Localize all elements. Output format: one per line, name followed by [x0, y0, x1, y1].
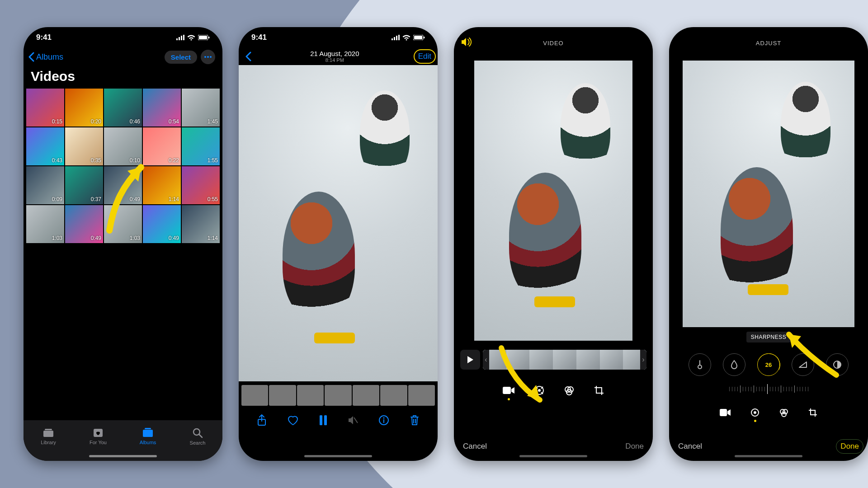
svg-rect-0 — [176, 38, 178, 40]
svg-rect-18 — [394, 37, 395, 40]
more-button[interactable] — [201, 50, 215, 64]
scrubber-frame — [241, 385, 268, 406]
tab-albums[interactable]: Albums — [123, 420, 173, 453]
video-thumb[interactable]: 0:10 — [104, 127, 142, 165]
scrubber-frame — [408, 385, 435, 406]
svg-rect-2 — [181, 36, 182, 40]
mode-video[interactable] — [502, 385, 515, 396]
dial-tint[interactable] — [723, 353, 745, 376]
share-button[interactable] — [257, 414, 267, 427]
nav-title: 21 August, 2020 8:14 PM — [310, 50, 359, 63]
thumbnail-scrubber[interactable] — [239, 381, 438, 409]
mode-filters[interactable] — [564, 385, 575, 396]
dial-warmth[interactable] — [689, 353, 711, 376]
mode-filters[interactable] — [779, 408, 789, 418]
video-thumb[interactable]: 0:46 — [104, 89, 142, 127]
edit-button[interactable]: Edit — [418, 52, 431, 61]
back-button[interactable]: Albums — [28, 52, 63, 62]
video-thumb[interactable]: 0:49 — [65, 205, 103, 243]
svg-line-27 — [354, 418, 358, 423]
tab-search[interactable]: Search — [173, 420, 222, 453]
video-thumb[interactable]: 0:22 — [143, 127, 181, 165]
svg-rect-3 — [183, 35, 184, 40]
svg-point-29 — [383, 417, 384, 418]
chevron-left-icon — [28, 52, 34, 62]
mode-crop[interactable] — [594, 385, 604, 396]
albums-icon — [142, 428, 154, 438]
video-thumb[interactable]: 0:15 — [26, 89, 64, 127]
mode-crop[interactable] — [808, 408, 818, 418]
svg-rect-11 — [45, 429, 52, 430]
wifi-icon — [402, 35, 410, 41]
ellipsis-icon — [204, 56, 212, 58]
nav-bar: Albums Select — [24, 48, 222, 67]
select-button[interactable]: Select — [165, 51, 197, 64]
done-button[interactable]: Done — [840, 442, 859, 451]
delete-button[interactable] — [410, 414, 420, 426]
video-thumb[interactable]: 1:03 — [104, 205, 142, 243]
play-button[interactable] — [460, 350, 480, 370]
video-thumb[interactable]: 1:14 — [182, 205, 220, 243]
dial-noise-reduction[interactable] — [826, 353, 849, 376]
video-thumb[interactable]: 0:49 — [143, 205, 181, 243]
video-thumb[interactable]: 0:37 — [65, 166, 103, 204]
scrubber-frame — [297, 385, 324, 406]
mute-button[interactable] — [347, 415, 358, 425]
editor-mode-tabs — [454, 385, 653, 396]
info-button[interactable] — [378, 415, 389, 426]
status-time: 9:41 — [36, 33, 52, 42]
video-thumb[interactable]: 0:20 — [65, 89, 103, 127]
adjust-slider[interactable] — [683, 382, 854, 396]
tab-library[interactable]: Library — [24, 420, 73, 453]
mode-adjust[interactable] — [750, 408, 760, 418]
video-thumb[interactable]: 0:09 — [26, 166, 64, 204]
svg-point-9 — [210, 56, 212, 58]
svg-point-43 — [698, 365, 702, 369]
video-thumb[interactable]: 1:03 — [26, 205, 64, 243]
dial-sharpness[interactable]: 26 — [757, 353, 780, 376]
favorite-button[interactable] — [287, 415, 299, 426]
scrubber-frame — [353, 385, 379, 406]
page-title: Videos — [24, 67, 222, 89]
mode-video[interactable] — [719, 408, 731, 418]
video-thumb[interactable]: 1:45 — [182, 89, 220, 127]
volume-button[interactable] — [460, 37, 472, 47]
video-thumb[interactable]: 1:14 — [143, 166, 181, 204]
done-button[interactable]: Done — [625, 442, 644, 451]
home-indicator — [89, 455, 157, 457]
editor-footer: Cancel Done — [669, 442, 868, 451]
adjust-param-label: SHARPNESS — [746, 332, 791, 343]
tab-for-you[interactable]: For You — [73, 420, 123, 453]
cancel-button[interactable]: Cancel — [678, 442, 702, 451]
trim-handle-right[interactable]: › — [640, 350, 646, 370]
svg-rect-20 — [398, 35, 400, 40]
library-icon — [42, 428, 54, 438]
status-bar: 9:41 — [239, 27, 438, 48]
video-thumb[interactable]: 0:35 — [65, 127, 103, 165]
video-thumb[interactable]: 0:49 — [104, 166, 142, 204]
home-indicator — [519, 455, 587, 457]
viewer-toolbar — [239, 409, 438, 427]
pause-button[interactable] — [319, 415, 327, 425]
trim-timeline: ‹ › — [460, 350, 646, 370]
video-thumb[interactable]: 0:43 — [26, 127, 64, 165]
dial-definition[interactable] — [792, 353, 814, 376]
video-preview[interactable] — [239, 65, 438, 381]
trim-handle-left[interactable]: ‹ — [483, 350, 489, 370]
video-thumb[interactable]: 0:55 — [182, 166, 220, 204]
svg-point-35 — [538, 389, 541, 392]
back-button[interactable] — [245, 52, 251, 61]
trim-strip[interactable]: ‹ › — [483, 350, 646, 370]
cancel-button[interactable]: Cancel — [463, 442, 487, 451]
mode-adjust[interactable] — [534, 385, 545, 396]
video-thumb[interactable]: 1:55 — [182, 127, 220, 165]
video-preview[interactable] — [474, 61, 632, 341]
battery-icon — [198, 35, 210, 40]
video-preview[interactable] — [683, 61, 854, 327]
wifi-icon — [187, 35, 195, 41]
svg-rect-26 — [324, 415, 327, 425]
status-indicators — [176, 35, 210, 41]
svg-point-7 — [204, 56, 206, 58]
status-time: 9:41 — [251, 33, 267, 42]
video-thumb[interactable]: 0:54 — [143, 89, 181, 127]
